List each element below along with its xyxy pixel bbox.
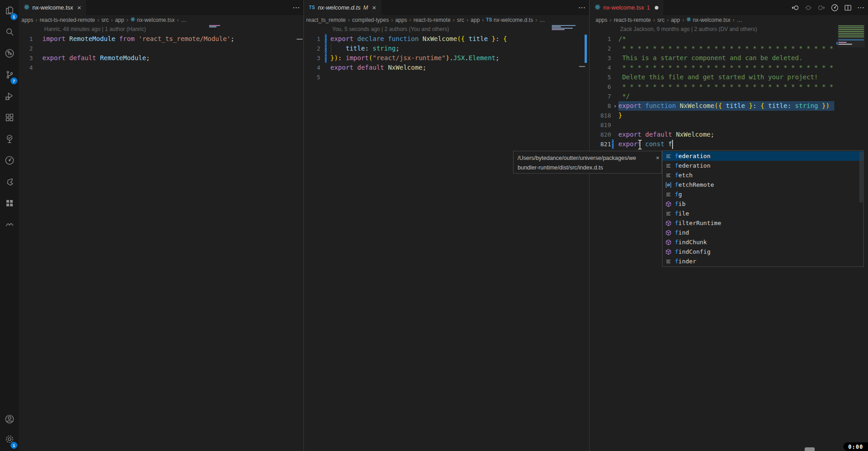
suggestion-fg[interactable]: fg <box>663 190 863 199</box>
minimap[interactable] <box>209 26 216 27</box>
code-editor[interactable]: Hanric, 48 minutes ago | 1 author (Hanri… <box>19 25 303 72</box>
suggestion-file[interactable]: file <box>663 209 863 218</box>
tab-nx-welcome.tsx[interactable]: nx-welcome.tsx× <box>19 0 86 15</box>
suggestion-findConfig[interactable]: findConfig <box>663 247 863 256</box>
activity-explorer[interactable]: 1 <box>0 2 19 20</box>
tab-close-icon[interactable]: × <box>372 4 376 11</box>
activity-tree-tool[interactable] <box>0 131 19 149</box>
editor-group-divider[interactable] <box>303 0 304 451</box>
minimap-slider[interactable] <box>837 25 865 47</box>
code-line-8[interactable]: 8›export function NxWelcome({ title }: {… <box>590 101 868 111</box>
code-line-7[interactable]: 7 */ <box>590 92 868 101</box>
activity-commit-graph[interactable] <box>0 152 19 170</box>
code-line-3[interactable]: 3export default RemoteModule; <box>19 53 303 63</box>
more-actions-icon[interactable]: ⋯ <box>578 4 586 11</box>
activity-grid-tool[interactable] <box>0 195 19 213</box>
code-line-5[interactable]: 5 Delete this file and get started with … <box>590 72 868 82</box>
suggestion-finder[interactable]: finder <box>663 256 863 266</box>
split-editor-icon[interactable] <box>844 4 852 12</box>
breadcrumb-item[interactable]: app <box>115 17 124 23</box>
breadcrumb-item[interactable]: react-ts-nested-remote <box>40 17 95 23</box>
code-line-2[interactable]: 2 <box>19 44 303 53</box>
breadcrumb-item[interactable]: src <box>457 17 464 23</box>
editor-group-divider[interactable] <box>589 0 590 451</box>
minimap[interactable] <box>552 26 561 27</box>
code-line-4[interactable]: 4 * * * * * * * * * * * * * * * * * * * … <box>590 63 868 72</box>
code-line-2[interactable]: 2 title: string; <box>304 44 589 53</box>
tab-nx-welcome.d.ts[interactable]: TSnx-welcome.d.tsM× <box>304 0 381 15</box>
code-editor[interactable]: You, 5 seconds ago | 2 authors (You and … <box>304 25 589 82</box>
activity-gitlens[interactable] <box>0 45 19 63</box>
breadcrumb-item[interactable]: TSnx-welcome.d.ts <box>486 17 533 23</box>
recorder-handle[interactable] <box>805 447 815 451</box>
code-line-6[interactable]: 6 * * * * * * * * * * * * * * * * * * * … <box>590 82 868 92</box>
activity-accounts[interactable] <box>0 411 19 429</box>
suggestion-findChunk[interactable]: findChunk <box>663 237 863 247</box>
code-line-821[interactable]: 821export const f <box>590 139 868 149</box>
tab-close-icon[interactable]: × <box>77 4 82 11</box>
code-line-2[interactable]: 2 * * * * * * * * * * * * * * * * * * * … <box>590 44 868 53</box>
breadcrumb-item[interactable]: app <box>671 17 680 23</box>
code-editor[interactable]: Zack Jackson, 9 months ago | 2 authors (… <box>590 25 868 149</box>
breadcrumb-item[interactable]: react-ts-remote <box>614 17 651 23</box>
unsaved-dot-icon[interactable] <box>655 6 658 10</box>
code-line-1[interactable]: 1export declare function NxWelcome({ tit… <box>304 34 589 44</box>
tab-nx-welcome.tsx[interactable]: nx-welcome.tsx1 <box>590 0 663 15</box>
breadcrumb-item[interactable]: apps <box>395 17 407 23</box>
suggestion-find[interactable]: find <box>663 228 863 237</box>
activity-search[interactable] <box>0 24 19 42</box>
more-actions-icon[interactable]: ⋯ <box>857 4 864 11</box>
line-number: 820 <box>590 130 611 139</box>
activity-shape-tool[interactable] <box>0 174 19 192</box>
docs-close-icon[interactable]: × <box>656 153 659 163</box>
code-line-1[interactable]: 1/* <box>590 34 868 44</box>
breadcrumb-item[interactable]: apps <box>596 17 607 23</box>
breadcrumb-item[interactable]: react-ts-remote <box>413 17 450 23</box>
code-line-3[interactable]: 3 This is a starter component and can be… <box>590 53 868 63</box>
code-line-819[interactable]: 819 <box>590 120 868 130</box>
suggest-scrollbar[interactable] <box>859 152 863 203</box>
previous-change-icon[interactable] <box>791 4 799 12</box>
activity-wave-tool[interactable] <box>0 216 19 235</box>
timeline-icon[interactable] <box>831 4 839 12</box>
fold-chevron-icon[interactable]: › <box>613 101 617 111</box>
suggestion-federation[interactable]: federation <box>663 151 863 161</box>
code-line-4[interactable]: 4export default NxWelcome; <box>304 63 589 72</box>
breadcrumb-item[interactable]: … <box>737 17 742 23</box>
minimap[interactable] <box>552 28 573 29</box>
breadcrumb-item[interactable]: app <box>471 17 480 23</box>
code-line-820[interactable]: 820export default NxWelcome; <box>590 130 868 139</box>
breadcrumb-item[interactable]: src <box>101 17 108 23</box>
suggestion-fetchRemote[interactable]: fetchRemote <box>663 180 863 190</box>
code-line-818[interactable]: 818} <box>590 111 868 120</box>
breadcrumb-item[interactable]: src <box>657 17 664 23</box>
breadcrumb-item[interactable]: apps <box>21 17 33 23</box>
breadcrumb-item[interactable]: nx-welcome.tsx <box>686 17 730 23</box>
suggestion-filterRuntime[interactable]: filterRuntime <box>663 218 863 228</box>
breadcrumb-item[interactable]: … <box>539 17 545 23</box>
code-line-3[interactable]: 3}): import("react/jsx-runtime").JSX.Ele… <box>304 53 589 63</box>
breadcrumb-item[interactable]: compiled-types <box>352 17 389 23</box>
next-change-icon[interactable] <box>817 4 826 12</box>
more-actions-icon[interactable]: ⋯ <box>293 4 300 11</box>
tab-label: nx-welcome.d.ts <box>318 4 360 11</box>
change-indicator-icon[interactable] <box>804 4 812 12</box>
code-line-5[interactable]: 5 <box>304 72 589 82</box>
breadcrumb-item[interactable]: … <box>181 17 186 23</box>
activity-source-control[interactable]: 7 <box>0 67 19 85</box>
suggestion-fib[interactable]: fib <box>663 199 863 209</box>
react-file-icon <box>130 17 135 23</box>
activity-settings[interactable]: 1 <box>0 431 19 449</box>
recording-timer[interactable]: 0:00 <box>843 442 868 451</box>
suggestion-federation[interactable]: federation <box>663 161 863 170</box>
minimap[interactable] <box>209 25 220 26</box>
code-line-4[interactable]: 4 <box>19 63 303 72</box>
activity-run-and-debug[interactable] <box>0 88 19 106</box>
minimap[interactable] <box>552 29 565 30</box>
activity-extensions[interactable] <box>0 109 19 128</box>
breadcrumb-item[interactable]: nx-welcome.tsx <box>130 17 175 23</box>
code-line-1[interactable]: 1import RemoteModule from 'react_ts_remo… <box>19 34 303 44</box>
minimap[interactable] <box>552 25 575 26</box>
breadcrumb-item[interactable]: react_ts_remote <box>306 17 346 23</box>
suggestion-fetch[interactable]: fetch <box>663 170 863 180</box>
